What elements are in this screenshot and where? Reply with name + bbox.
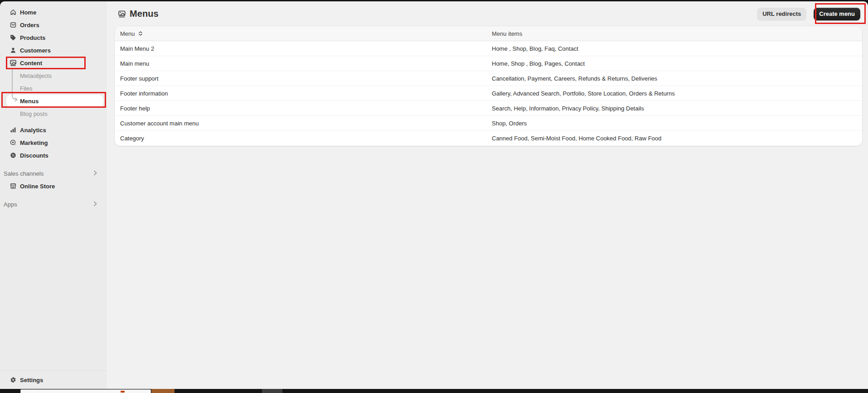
- sidebar-item-metaobjects[interactable]: Metaobjects: [6, 69, 103, 82]
- sidebar-item-content[interactable]: Content: [6, 57, 103, 69]
- table-row[interactable]: Customer account main menuShop, Orders: [115, 116, 862, 131]
- cell-menu-name[interactable]: Main menu: [115, 60, 486, 67]
- sidebar-item-home[interactable]: Home: [6, 6, 103, 19]
- sidebar-item-customers[interactable]: Customers: [6, 44, 103, 57]
- sidebar-item-marketing[interactable]: Marketing: [6, 136, 103, 149]
- cell-menu-items: Canned Food, Semi-Moist Food, Home Cooke…: [486, 135, 862, 142]
- sidebar-spacer: [0, 192, 107, 198]
- sidebar-footer: Settings: [0, 370, 107, 389]
- page-title: Menus: [130, 9, 159, 19]
- main-content: Menus URL redirects Create menu Menu Men…: [107, 1, 868, 389]
- analytics-icon: [10, 126, 17, 134]
- cell-menu-items: Home , Shop, Blog, Faq, Contact: [486, 45, 862, 52]
- table-row[interactable]: Main Menu 2Home , Shop, Blog, Faq, Conta…: [115, 41, 862, 56]
- cell-menu-name[interactable]: Footer help: [115, 105, 486, 112]
- table-row[interactable]: Footer informationGallery, Advanced Sear…: [115, 86, 862, 101]
- cell-menu-items: Gallery, Advanced Search, Portfolio, Sto…: [486, 90, 862, 97]
- column-header-menu[interactable]: Menu: [115, 30, 486, 37]
- sidebar-item-label: Metaobjects: [20, 72, 52, 79]
- sidebar-item-label: Blog posts: [20, 110, 48, 117]
- sidebar-section-apps[interactable]: Apps: [0, 198, 103, 211]
- sidebar-item-label: Files: [20, 85, 32, 92]
- sidebar-item-label: Marketing: [20, 139, 48, 146]
- content-icon: [118, 10, 126, 18]
- content-icon: [10, 59, 17, 67]
- page-title-wrap: Menus: [118, 9, 159, 19]
- sidebar-section-label: Sales channels: [4, 170, 44, 177]
- sidebar-item-label: Settings: [20, 377, 43, 383]
- sidebar-item-online-store[interactable]: Online Store: [6, 180, 103, 192]
- marketing-icon: [10, 139, 17, 146]
- sidebar-item-label: Discounts: [20, 152, 48, 159]
- chevron-right-icon[interactable]: [92, 200, 99, 209]
- sidebar-item-label: Analytics: [20, 127, 46, 134]
- column-header-menu-label: Menu: [120, 30, 135, 37]
- table-row[interactable]: Footer supportCancellation, Payment, Car…: [115, 71, 862, 86]
- cell-menu-items: Home, Shop , Blog, Pages, Contact: [486, 60, 862, 67]
- sidebar-section-label: Apps: [4, 201, 17, 208]
- page-header: Menus URL redirects Create menu: [107, 1, 868, 26]
- url-redirects-button[interactable]: URL redirects: [757, 8, 806, 20]
- sidebar-item-label: Home: [20, 9, 36, 16]
- online-store-icon: [10, 182, 17, 190]
- cell-menu-items: Shop, Orders: [486, 120, 862, 127]
- sidebar-item-label: Online Store: [20, 183, 55, 190]
- gear-icon: [10, 376, 17, 383]
- sidebar-spacer: [0, 120, 107, 124]
- table-row[interactable]: Footer helpSearch, Help, Information, Pr…: [115, 101, 862, 116]
- menus-table-card: Menu Menu items Main Menu 2Home , Shop, …: [115, 26, 862, 146]
- cell-menu-name[interactable]: Customer account main menu: [115, 120, 486, 127]
- sidebar-item-blog-posts[interactable]: Blog posts: [6, 107, 103, 120]
- sidebar-item-discounts[interactable]: Discounts: [6, 149, 103, 162]
- sidebar-item-products[interactable]: Products: [6, 31, 103, 44]
- cell-menu-name[interactable]: Footer information: [115, 90, 486, 97]
- cell-menu-name[interactable]: Category: [115, 135, 486, 142]
- sidebar-item-settings[interactable]: Settings: [6, 374, 100, 386]
- cell-menu-items: Cancellation, Payment, Careers, Refunds …: [486, 75, 862, 82]
- table-row[interactable]: CategoryCanned Food, Semi-Moist Food, Ho…: [115, 131, 862, 146]
- sidebar-section-sales-channels[interactable]: Sales channels: [0, 167, 103, 180]
- header-actions: URL redirects Create menu: [757, 8, 860, 20]
- sidebar-nav: HomeOrdersProductsCustomersContentMetaob…: [0, 1, 107, 211]
- cell-menu-items: Search, Help, Information, Privacy Polic…: [486, 105, 862, 112]
- orders-icon: [10, 21, 17, 29]
- sidebar: HomeOrdersProductsCustomersContentMetaob…: [0, 1, 107, 389]
- sidebar-item-label: Products: [20, 34, 45, 41]
- table-header-row: Menu Menu items: [115, 26, 862, 41]
- home-icon: [10, 9, 17, 16]
- sidebar-item-menus[interactable]: Menus: [6, 95, 103, 107]
- products-icon: [10, 34, 17, 41]
- taskbar-orange-mark: [121, 391, 125, 393]
- cell-menu-name[interactable]: Main Menu 2: [115, 45, 486, 52]
- column-header-menu-items: Menu items: [486, 30, 862, 37]
- sort-updown-icon[interactable]: [137, 30, 144, 37]
- sidebar-item-files[interactable]: Files: [6, 82, 103, 95]
- taskbar-window-light[interactable]: [20, 389, 151, 393]
- taskbar-strip: [0, 389, 868, 393]
- table-body: Main Menu 2Home , Shop, Blog, Faq, Conta…: [115, 41, 862, 146]
- discounts-icon: [10, 152, 17, 159]
- sidebar-spacer: [0, 162, 107, 167]
- customers-icon: [10, 47, 17, 54]
- taskbar-window-orange[interactable]: [151, 389, 175, 393]
- sidebar-item-label: Orders: [20, 22, 39, 29]
- sidebar-item-label: Customers: [20, 47, 51, 54]
- taskbar-window-gray[interactable]: [262, 389, 282, 393]
- table-row[interactable]: Main menuHome, Shop , Blog, Pages, Conta…: [115, 56, 862, 71]
- sidebar-item-analytics[interactable]: Analytics: [6, 124, 103, 136]
- sidebar-item-label: Menus: [20, 98, 39, 105]
- sidebar-item-orders[interactable]: Orders: [6, 19, 103, 31]
- create-menu-button[interactable]: Create menu: [814, 8, 860, 20]
- chevron-right-icon[interactable]: [92, 169, 99, 178]
- cell-menu-name[interactable]: Footer support: [115, 75, 486, 82]
- sidebar-item-label: Content: [20, 60, 42, 67]
